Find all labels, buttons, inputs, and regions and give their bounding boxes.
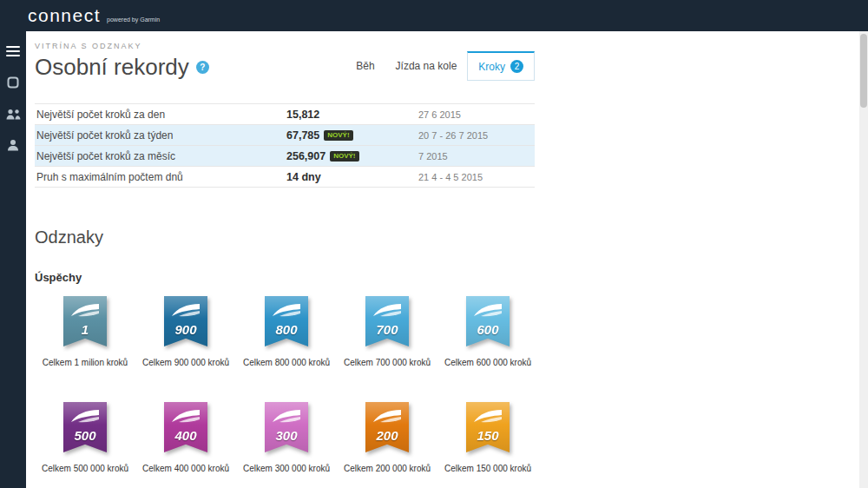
record-row-day: Největší počet kroků za den 15,812 27 6 … <box>35 103 535 124</box>
badge-item: 150 Celkem 150 000 kroků <box>437 402 538 473</box>
powered-by-garmin-label: powered by Garmin <box>107 16 160 23</box>
badge-number: 700 <box>365 322 409 337</box>
record-date: 21 4 - 4 5 2015 <box>418 172 483 182</box>
record-date: 20 7 - 26 7 2015 <box>418 130 488 141</box>
wing-icon <box>272 303 301 317</box>
badge-number: 1 <box>63 322 107 337</box>
menu-button[interactable] <box>0 40 26 63</box>
badge-number: 600 <box>466 322 510 337</box>
record-row-streak: Pruh s maximálním počtem dnů 14 dny 21 4… <box>35 166 535 187</box>
badge-icon: 150 <box>466 402 510 452</box>
badge-icon: 500 <box>63 402 107 452</box>
badge-item: 300 Celkem 300 000 kroků <box>236 402 337 473</box>
badge-label: Celkem 1 milion kroků <box>43 358 128 367</box>
new-record-badge: NOVÝ! <box>324 130 352 141</box>
help-icon[interactable]: ? <box>196 61 209 74</box>
badge-label: Celkem 400 000 kroků <box>142 464 229 473</box>
badge-label: Celkem 900 000 kroků <box>142 358 229 367</box>
record-label: Pruh s maximálním počtem dnů <box>35 171 286 183</box>
sidebar-nav <box>0 31 26 488</box>
wing-icon <box>372 409 402 423</box>
page-header: VITRÍNA S ODZNAKY Osobní rekordy ? Běh J… <box>35 38 535 81</box>
badge-icon: 1 <box>63 296 107 346</box>
badge-item: 900 Celkem 900 000 kroků <box>135 296 236 367</box>
main-content: VITRÍNA S ODZNAKY Osobní rekordy ? Běh J… <box>26 31 859 488</box>
record-value: 67,785 NOVÝ! <box>286 129 418 142</box>
badge-item: 200 Celkem 200 000 kroků <box>337 402 437 473</box>
badge-icon: 900 <box>164 296 207 346</box>
connections-icon <box>6 109 21 120</box>
profile-icon <box>7 139 19 151</box>
record-row-month: Největší počet kroků za měsíc 256,907 NO… <box>35 145 535 166</box>
badge-icon: 800 <box>265 296 308 346</box>
badge-item: 1 Celkem 1 milion kroků <box>35 296 135 367</box>
badge-icon: 600 <box>466 296 510 346</box>
wing-icon <box>70 303 100 317</box>
badge-number: 900 <box>164 322 207 337</box>
profile-button[interactable] <box>0 134 26 156</box>
badges-grid: 1 Celkem 1 milion kroků 900 Celkem 900 0… <box>35 296 535 473</box>
badge-number: 400 <box>164 428 207 443</box>
connect-logo[interactable]: connect <box>28 5 101 26</box>
wing-icon <box>372 303 402 317</box>
badge-label: Celkem 800 000 kroků <box>243 358 330 367</box>
record-label: Největší počet kroků za týden <box>35 129 286 142</box>
badge-number: 150 <box>466 428 510 443</box>
hamburger-menu-icon <box>6 46 20 56</box>
badge-item: 600 Celkem 600 000 kroků <box>437 296 538 367</box>
page-title: Osobní rekordy ? <box>35 54 209 81</box>
badge-icon: 400 <box>164 402 207 452</box>
record-row-week: Největší počet kroků za týden 67,785 NOV… <box>35 124 535 145</box>
tab-kroky-label: Kroky <box>478 61 505 73</box>
badge-item: 500 Celkem 500 000 kroků <box>35 402 135 473</box>
badge-number: 500 <box>63 428 107 443</box>
scrollbar-thumb[interactable] <box>860 34 867 108</box>
scrollbar[interactable] <box>859 31 868 488</box>
badge-number: 800 <box>265 322 308 337</box>
badge-label: Celkem 500 000 kroků <box>42 464 128 473</box>
top-bar: connect powered by Garmin <box>0 0 868 31</box>
tab-jizda-na-kole[interactable]: Jízda na kole <box>385 51 468 81</box>
record-value: 256,907 NOVÝ! <box>286 150 418 162</box>
record-date: 7 2015 <box>418 151 448 162</box>
record-value: 15,812 <box>286 109 418 121</box>
tab-beh[interactable]: Běh <box>345 51 385 81</box>
sport-tabs: Běh Jízda na kole Kroky 2 <box>345 51 535 81</box>
records-table: Největší počet kroků za den 15,812 27 6 … <box>35 103 535 188</box>
badge-label: Celkem 150 000 kroků <box>444 464 531 473</box>
wing-icon <box>473 303 503 317</box>
tab-kroky[interactable]: Kroky 2 <box>467 51 535 81</box>
badge-number: 300 <box>265 428 308 443</box>
record-label: Největší počet kroků za den <box>35 109 286 121</box>
achievements-subtitle: Úspěchy <box>35 271 535 284</box>
wing-icon <box>171 303 201 317</box>
badge-item: 400 Celkem 400 000 kroků <box>135 402 236 473</box>
wing-icon <box>171 409 201 423</box>
record-value: 14 dny <box>286 171 418 183</box>
new-record-badge: NOVÝ! <box>330 151 358 162</box>
badge-icon: 200 <box>365 402 409 452</box>
page-title-text: Osobní rekordy <box>35 54 189 81</box>
wing-icon <box>473 409 503 423</box>
badge-label: Celkem 200 000 kroků <box>344 464 431 473</box>
badges-section-title: Odznaky <box>35 228 535 247</box>
connections-button[interactable] <box>0 102 26 125</box>
badge-label: Celkem 300 000 kroků <box>243 464 330 473</box>
record-label: Největší počet kroků za měsíc <box>35 150 286 162</box>
badge-item: 700 Celkem 700 000 kroků <box>337 296 437 367</box>
wing-icon <box>272 409 301 423</box>
tab-count-badge: 2 <box>510 60 523 73</box>
breadcrumb: VITRÍNA S ODZNAKY <box>35 42 209 50</box>
badge-label: Celkem 600 000 kroků <box>444 358 531 367</box>
badge-number: 200 <box>365 428 409 443</box>
badge-label: Celkem 700 000 kroků <box>344 358 431 367</box>
wing-icon <box>70 409 100 423</box>
badge-icon: 300 <box>265 402 308 452</box>
devices-button[interactable] <box>0 71 26 94</box>
badge-icon: 700 <box>365 296 409 346</box>
badge-item: 800 Celkem 800 000 kroků <box>236 296 337 367</box>
record-date: 27 6 2015 <box>418 109 461 120</box>
devices-icon <box>7 76 19 89</box>
